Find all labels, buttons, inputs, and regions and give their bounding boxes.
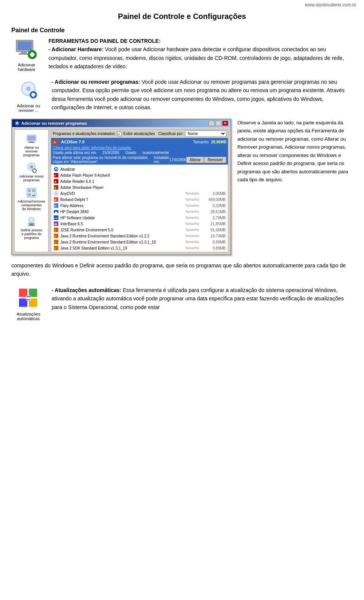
prog-icon: S — [53, 185, 59, 190]
adicionar-label: Adicionar novosprogramas — [19, 174, 44, 182]
list-item[interactable]: F Flary Address Tamanho 0,32MB — [52, 203, 227, 209]
svg-rect-14 — [16, 122, 18, 124]
bottom-paragraph: componentes do Windows e Definir acesso … — [11, 261, 353, 278]
definir-label: Definir acessoe padrões doprograma — [20, 228, 42, 240]
add-remove-bold: - Adicionar ou remover programas: — [52, 79, 140, 85]
left-item-componentes[interactable]: Adicionar/removercomponentesdo Windows — [16, 186, 47, 212]
ferramentas-header: Adicionarhardware FERRAMENTAS DO PAINEL … — [11, 37, 353, 72]
svg-rect-19 — [28, 142, 35, 143]
adicionar-icon — [25, 162, 38, 174]
svg-rect-15 — [16, 124, 19, 124]
prog-icon — [53, 166, 59, 172]
svg-rect-27 — [32, 189, 35, 192]
close-btn[interactable]: ✕ — [222, 121, 228, 126]
left-item-adicionar[interactable]: Adicionar novosprogramas — [16, 161, 47, 183]
add-hardware-icon — [14, 37, 39, 61]
left-panel[interactable]: Alterar ouremoverprogramas — [14, 129, 49, 252]
list-item[interactable]: HP Deskjet 3840 Tamanho 38,61MB — [52, 209, 227, 215]
svg-rect-12 — [31, 94, 35, 96]
atu-icon-area: Atualizaçõesautomáticas — [11, 286, 46, 321]
program-list: Atualizar F Adobe Flash Player 9 ActiveX… — [51, 165, 228, 252]
svg-point-9 — [28, 88, 29, 90]
svg-rect-34 — [30, 224, 33, 225]
svg-text:F: F — [54, 174, 56, 177]
svg-point-46 — [55, 193, 57, 194]
install-label: Instalado em — [154, 155, 169, 164]
add-hardware-icon-area: Adicionarhardware — [11, 37, 42, 72]
prog-icon: J — [53, 239, 59, 245]
svg-rect-6 — [30, 53, 35, 56]
add-remove-dialog[interactable]: Adicionar ou remover programas _ □ ✕ — [11, 119, 231, 255]
selected-name: ACDSee 7.0 — [61, 140, 85, 144]
prog-icon: A — [53, 179, 59, 184]
dialog-layout: Alterar ouremoverprogramas — [14, 129, 228, 252]
prog-icon: HP — [53, 215, 59, 220]
atu-label: Atualizaçõesautomáticas — [17, 312, 40, 321]
alterar-icon — [25, 133, 38, 145]
minimize-btn[interactable]: _ — [209, 121, 215, 126]
prog-icon: F — [53, 173, 59, 178]
list-item[interactable]: A Adobe Reader 6.0.1 — [52, 178, 227, 184]
svg-text:J: J — [54, 235, 56, 238]
prog-icon: D — [53, 197, 59, 202]
right-panel: Programas e atualizações instalados: ✓ E… — [51, 129, 228, 252]
dialog-section: Adicionar ou remover programas _ □ ✕ — [11, 119, 353, 255]
list-item[interactable]: Atualizar — [52, 166, 227, 172]
add-remove-label: Adicionar ouremover ... — [17, 104, 40, 113]
atualizacoes-section: Atualizaçõesautomáticas - Atualizações a… — [11, 286, 353, 321]
left-item-alterar[interactable]: Alterar ouremoverprogramas — [16, 132, 47, 158]
section-heading: Painel de Controle — [11, 27, 353, 34]
size-value: 28,96MB — [211, 140, 226, 144]
prog-icon: IB — [53, 221, 59, 226]
list-item[interactable]: D Borland Delphi 7 Tamanho 469,00MB — [52, 196, 227, 203]
svg-rect-17 — [28, 136, 35, 140]
remover-btn[interactable]: Remover — [204, 157, 226, 163]
action-text: Para alterar este programa ou removê-lo … — [53, 155, 154, 164]
svg-rect-2 — [21, 52, 27, 53]
website-url: www.danilovalerio.com.br — [0, 0, 364, 8]
svg-text:IB: IB — [54, 223, 57, 226]
prog-icon — [53, 191, 59, 196]
usage-value: ocasionalmente — [142, 151, 169, 155]
svg-rect-65 — [19, 289, 27, 297]
svg-text:J: J — [54, 241, 56, 244]
list-item[interactable]: S Adobe Shockwave Player — [52, 184, 227, 190]
alterar-label: Alterar ouremoverprogramas — [23, 146, 39, 157]
list-item[interactable]: HP HP Software Update Tamanho 3,79MB — [52, 215, 227, 221]
list-item[interactable]: J Java 2 Runtime Environment Standard Ed… — [52, 233, 227, 239]
svg-point-32 — [29, 217, 34, 223]
prog-icon — [53, 209, 59, 214]
svg-rect-18 — [29, 141, 34, 142]
prog-icon: J — [53, 233, 59, 239]
svg-text:D: D — [54, 198, 56, 202]
list-item[interactable]: J J2SE Runtime Environment 5.0 Tamanho 9… — [52, 227, 227, 233]
dialog-title-text: Adicionar ou remover programas — [14, 121, 87, 126]
dialog-titlebar: Adicionar ou remover programas _ □ ✕ — [12, 119, 231, 127]
dialog-right-text: Observe a Janela ao lado, na parte esque… — [237, 119, 353, 184]
ferramentas-heading: FERRAMENTAS DO PAINEL DE CONTROLE: — [49, 38, 161, 44]
alterar-btn[interactable]: Alterar — [186, 157, 204, 163]
list-item[interactable]: AnyDVD Tamanho 3,06MB — [52, 190, 227, 196]
add-hardware-bold: - Adicionar Hardware: — [49, 46, 104, 52]
exibir-label: Exibir atualizações — [123, 132, 155, 136]
svg-rect-3 — [19, 53, 29, 55]
dialog-title: Adicionar ou remover programas — [21, 121, 87, 126]
svg-text:A: A — [53, 140, 56, 144]
maximize-btn[interactable]: □ — [215, 121, 221, 126]
toolbar-label: Programas e atualizações instalados: — [53, 132, 116, 136]
support-link[interactable]: Clique aqui para obter informações de su… — [53, 146, 132, 150]
ferramentas-text: FERRAMENTAS DO PAINEL DE CONTROLE: - Adi… — [49, 37, 353, 71]
componentes-label: Adicionar/removercomponentesdo Windows — [17, 199, 45, 211]
left-item-definir[interactable]: Definir acessoe padrões doprograma — [16, 215, 47, 240]
svg-text:J: J — [54, 229, 56, 232]
dialog-body: Alterar ouremoverprogramas — [12, 127, 231, 254]
classify-dropdown[interactable]: Nome Tamanho Data de instalação — [185, 130, 226, 137]
list-item[interactable]: F Adobe Flash Player 9 ActiveX — [52, 172, 227, 178]
list-item[interactable]: IB InterBase 6.5 Tamanho 21,85MB — [52, 221, 227, 227]
size-label: Tamanho — [193, 140, 209, 144]
exibir-checkbox[interactable]: ✓ — [117, 132, 122, 136]
last-used-value: 15/9/2006 — [102, 151, 119, 155]
list-item[interactable]: J Java 2 Runtime Environment Standard Ed… — [52, 239, 227, 245]
list-item[interactable]: J Java 2 SDK Standard Edition v1.3.1_19 … — [52, 245, 227, 251]
win-controls[interactable]: _ □ ✕ — [209, 121, 228, 126]
